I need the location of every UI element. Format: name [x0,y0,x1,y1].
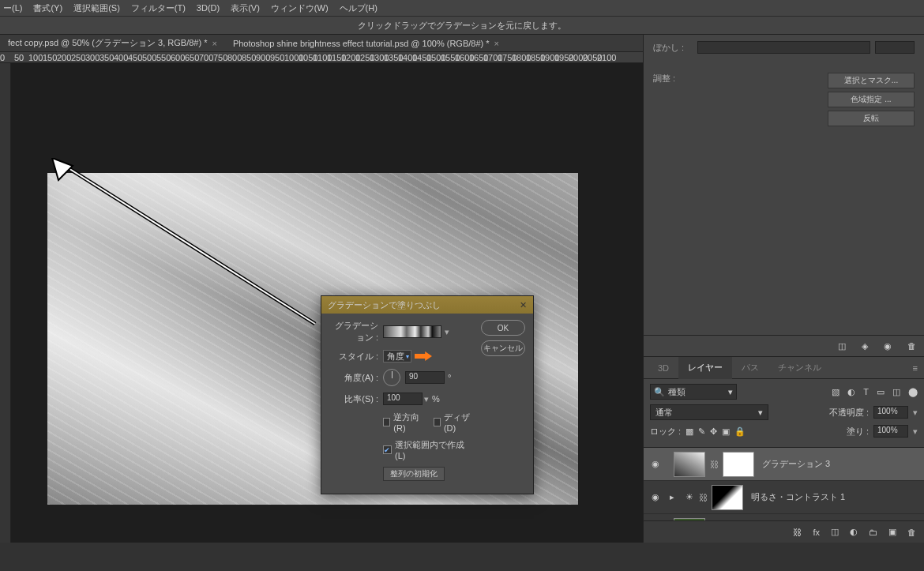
layer-row[interactable]: ◉ ▸ ☀ ⛓ 明るさ・コントラスト 1 [644,481,924,514]
blend-mode-dropdown[interactable]: 通常▾ [650,404,768,420]
workspace: fect copy.psd @ 50% (グラデーション 3, RGB/8#) … [0,35,924,543]
align-label: 選択範囲内で作成(L) [395,439,475,460]
filter-adjust-icon[interactable]: ◐ [847,387,855,397]
visibility-icon[interactable]: ◉ [648,459,663,469]
dither-checkbox[interactable] [434,418,441,426]
angle-input[interactable]: 90 [405,371,445,384]
scale-input[interactable]: 100 [383,393,423,405]
close-icon[interactable]: × [494,39,499,48]
menu-3d[interactable]: 3D(D) [197,3,220,13]
style-dropdown[interactable]: 角度▾ [383,350,411,363]
filter-pixel-icon[interactable]: ▧ [832,387,839,397]
tab-channels[interactable]: チャンネル [768,357,831,379]
doc-tab-2[interactable]: Photoshop shine brightness effect tutori… [225,35,507,52]
lock-position-icon[interactable]: ✥ [710,426,717,437]
menu-layer[interactable]: ー(L) [3,2,22,14]
gradient-swatch[interactable] [383,325,441,338]
opacity-input[interactable]: 100% [873,406,908,419]
mask-icon[interactable]: ◫ [831,527,839,537]
filter-smart-icon[interactable]: ◫ [892,387,900,397]
menu-format[interactable]: 書式(Y) [33,2,62,14]
lock-artboard-icon[interactable]: ▣ [722,426,730,437]
feather-slider[interactable] [697,41,870,54]
reverse-checkbox[interactable] [383,418,390,426]
link-icon[interactable]: ⛓ [708,460,719,469]
cancel-button[interactable]: キャンセル [481,340,525,356]
chevron-down-icon[interactable]: ▾ [913,408,918,418]
ruler-vertical[interactable] [0,63,11,543]
angle-dial[interactable] [383,369,400,386]
trash-icon[interactable]: 🗑 [907,528,916,537]
gradient-label: グラデーション : [329,320,378,344]
invert-button[interactable]: 反転 [828,111,915,126]
tab-3d[interactable]: 3D [648,357,678,379]
dialog-titlebar[interactable]: グラデーションで塗りつぶし ✕ [321,296,533,314]
close-icon[interactable]: ✕ [520,300,527,310]
highlight-arrow-icon [415,351,432,361]
trash-icon[interactable]: 🗑 [907,341,916,351]
layers-list: ◉ ⛓ グラデーション 3 ◉ ▸ ☀ ⛓ 明るさ・コントラスト 1 ◉ Nat… [644,448,924,520]
mask-thumb[interactable] [712,485,743,510]
align-checkbox[interactable]: ✔ [383,445,392,454]
layer-name[interactable]: 明るさ・コントラスト 1 [751,491,845,503]
tab-layers[interactable]: レイヤー [678,357,732,379]
select-and-mask-button[interactable]: 選択とマスク... [828,73,915,88]
adjustment-icon[interactable]: ◐ [850,527,858,537]
visibility-icon[interactable]: ◉ [648,492,663,502]
eye-icon[interactable]: ◉ [884,341,892,351]
options-bar: クリックドラッグでグラデーションを元に戻します。 [0,16,924,35]
panel-menu-icon[interactable]: ≡ [913,363,918,373]
filter-type-icon[interactable]: T [863,387,869,397]
adjust-label: 調整 : [653,73,675,130]
document-tabs: fect copy.psd @ 50% (グラデーション 3, RGB/8#) … [0,35,643,52]
reverse-label: 逆方向(R) [393,411,424,433]
mask-icon[interactable]: ◈ [862,341,868,351]
selection-icon[interactable]: ◫ [838,341,846,351]
ruler-horizontal[interactable]: 0501001502002503003504004505005506006507… [0,52,643,63]
fill-input[interactable]: 100% [873,425,908,438]
ok-button[interactable]: OK [481,320,525,336]
brightness-icon: ☀ [682,492,697,502]
scale-unit: % [432,394,440,404]
panel-tabs: 3D レイヤー パス チャンネル ≡ [644,357,924,379]
menu-bar: ー(L) 書式(Y) 選択範囲(S) フィルター(T) 3D(D) 表示(V) … [0,0,924,16]
mask-thumb[interactable] [723,452,754,477]
link-layers-icon[interactable]: ⛓ [793,528,802,537]
layers-footer: ⛓ fx ◫ ◐ 🗀 ▣ 🗑 [644,520,924,543]
angle-unit: ° [448,373,451,382]
filter-toggle-icon[interactable]: ⬤ [908,387,918,397]
options-hint: クリックドラッグでグラデーションを元に戻します。 [358,20,566,32]
feather-label: ぼかし : [653,42,693,54]
layer-thumb[interactable] [674,452,705,477]
menu-filter[interactable]: フィルター(T) [131,2,186,14]
color-range-button[interactable]: 色域指定 ... [828,92,915,107]
feather-value[interactable] [875,41,915,54]
layer-row[interactable]: ◉ ⛓ グラデーション 3 [644,448,924,481]
lock-brush-icon[interactable]: ✎ [698,426,705,437]
lock-pixels-icon[interactable]: ▩ [685,426,693,437]
chevron-down-icon: ▾ [406,353,409,360]
reset-alignment-button[interactable]: 整列の初期化 [383,467,445,481]
chevron-down-icon[interactable]: ▾ [913,426,918,437]
menu-select[interactable]: 選択範囲(S) [73,2,120,14]
tab-paths[interactable]: パス [732,357,768,379]
layer-row[interactable]: ◉ Natural Forest of Spruce Trees, Sunbea… [644,514,924,520]
filter-shape-icon[interactable]: ▭ [877,387,885,397]
group-icon[interactable]: 🗀 [869,528,877,537]
close-icon[interactable]: × [212,39,216,48]
layer-filter-dropdown[interactable]: 🔍 種類▾ [650,384,737,400]
doc-tab-1[interactable]: fect copy.psd @ 50% (グラデーション 3, RGB/8#) … [0,35,225,52]
canvas-area[interactable]: グラデーションで塗りつぶし ✕ グラデーション : ▾ スタイル : [11,63,643,543]
fx-icon[interactable]: fx [813,528,820,537]
menu-window[interactable]: ウィンドウ(W) [271,2,329,14]
lock-all-icon[interactable]: 🔒 [734,426,746,437]
link-icon[interactable]: ⛓ [697,493,708,502]
menu-help[interactable]: ヘルプ(H) [340,2,377,14]
lock-label: ロック : [650,426,681,438]
layer-name[interactable]: グラデーション 3 [762,458,830,470]
right-panels: ぼかし : 調整 : 選択とマスク... 色域指定 ... 反転 ◫ ◈ ◉ 🗑 [643,35,924,543]
menu-view[interactable]: 表示(V) [231,2,260,14]
chevron-down-icon[interactable]: ▾ [424,394,429,404]
chevron-down-icon[interactable]: ▾ [445,327,449,337]
new-layer-icon[interactable]: ▣ [888,527,896,537]
